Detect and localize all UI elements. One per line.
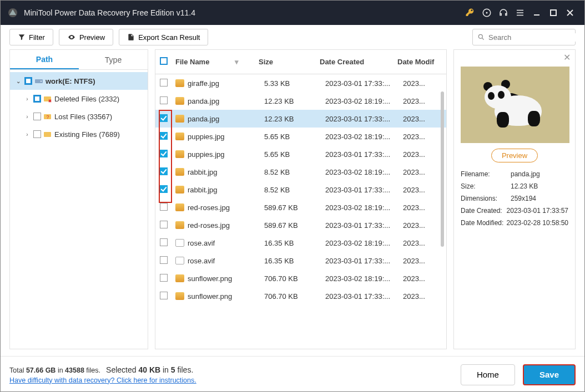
- meta-value: 2023-02-28 10:58:50: [507, 219, 568, 227]
- headset-icon[interactable]: [496, 5, 511, 21]
- file-date-created: 2023-03-01 17:33:...: [325, 115, 403, 123]
- table-row[interactable]: sunflower.png706.70 KB2023-03-01 17:33:.…: [155, 287, 446, 305]
- file-date-modified: 2023...: [403, 115, 442, 123]
- file-size: 5.65 KB: [264, 133, 325, 141]
- selected-text: Selected 40 KB in 5 files.: [106, 365, 193, 374]
- file-size: 8.52 KB: [264, 168, 325, 176]
- tree-item-deleted[interactable]: › Deleted Files (2332): [10, 90, 148, 108]
- table-row[interactable]: rabbit.jpg8.52 KB2023-03-01 17:33:...202…: [155, 181, 446, 198]
- preview-meta: Filename:panda.jpg Size:12.23 KB Dimensi…: [461, 170, 568, 231]
- tree-item-lost[interactable]: › ? Lost Files (33567): [10, 108, 148, 125]
- filter-button[interactable]: Filter: [9, 29, 53, 45]
- close-preview-icon[interactable]: ✕: [563, 52, 571, 63]
- preview-button[interactable]: Preview: [59, 29, 113, 45]
- table-header: File Name▾ Size Date Created Date Modif: [155, 50, 446, 74]
- file-date-created: 2023-03-01 17:33:...: [325, 257, 403, 265]
- row-checkbox[interactable]: [160, 238, 168, 246]
- row-checkbox[interactable]: [160, 185, 168, 193]
- file-icon: [175, 257, 184, 264]
- file-size: 589.67 KB: [264, 221, 325, 230]
- file-date-created: 2023-03-01 17:33:...: [325, 150, 403, 159]
- minimize-icon[interactable]: [529, 5, 544, 21]
- search-input[interactable]: [472, 29, 576, 45]
- col-filename[interactable]: File Name▾: [175, 58, 259, 66]
- file-icon: [175, 292, 184, 300]
- tab-type[interactable]: Type: [79, 50, 148, 69]
- export-button[interactable]: Export Scan Result: [119, 29, 208, 45]
- preview-panel: ✕ Preview Filename:panda.jpg Size:12.23 …: [453, 49, 576, 349]
- maximize-icon[interactable]: [546, 5, 561, 21]
- meta-key: Filename:: [461, 170, 511, 178]
- file-icon: [175, 97, 184, 105]
- row-checkbox[interactable]: [160, 132, 168, 140]
- preview-open-button[interactable]: Preview: [491, 149, 538, 162]
- svg-point-4: [478, 34, 482, 38]
- menu-icon[interactable]: [512, 5, 528, 21]
- table-row[interactable]: rabbit.jpg8.52 KB2023-03-02 18:19:...202…: [155, 163, 446, 181]
- svg-rect-10: [44, 132, 51, 137]
- meta-key: Size:: [461, 182, 511, 190]
- tab-path[interactable]: Path: [10, 50, 79, 69]
- row-checkbox[interactable]: [160, 221, 168, 228]
- row-checkbox[interactable]: [160, 256, 168, 264]
- chevron-right-icon[interactable]: ›: [23, 131, 31, 138]
- save-button[interactable]: Save: [523, 364, 576, 385]
- lost-folder-icon: ?: [43, 112, 52, 121]
- file-size: 16.35 KB: [264, 257, 325, 265]
- row-checkbox[interactable]: [160, 79, 168, 86]
- deleted-folder-icon: [43, 94, 52, 103]
- search-icon: [477, 33, 485, 41]
- eye-icon: [67, 33, 76, 41]
- tree-item-existing[interactable]: › Existing Files (7689): [10, 125, 148, 143]
- checkbox-partial[interactable]: [24, 77, 32, 85]
- row-checkbox[interactable]: [160, 114, 168, 122]
- checkbox[interactable]: [33, 113, 41, 120]
- table-row[interactable]: rose.avif16.35 KB2023-03-01 17:33:...202…: [155, 252, 446, 269]
- close-icon[interactable]: [562, 5, 578, 21]
- table-row[interactable]: rose.avif16.35 KB2023-03-02 18:19:...202…: [155, 234, 446, 252]
- tree-root[interactable]: ⌄ work(E: NTFS): [10, 72, 148, 90]
- scrollbar-thumb[interactable]: [441, 91, 444, 247]
- file-size: 706.70 KB: [264, 274, 325, 283]
- search-field[interactable]: [488, 33, 582, 42]
- home-button[interactable]: Home: [461, 364, 515, 385]
- chevron-right-icon[interactable]: ›: [23, 114, 31, 120]
- checkbox[interactable]: [33, 130, 41, 138]
- row-checkbox[interactable]: [160, 203, 168, 211]
- table-row[interactable]: panda.jpg12.23 KB2023-03-02 18:19:...202…: [155, 92, 446, 110]
- row-checkbox[interactable]: [160, 96, 168, 104]
- row-checkbox[interactable]: [160, 150, 168, 157]
- file-date-created: 2023-03-02 18:19:...: [325, 203, 403, 212]
- col-date-modified[interactable]: Date Modif: [397, 58, 442, 66]
- chevron-right-icon[interactable]: ›: [23, 96, 31, 102]
- row-checkbox[interactable]: [160, 274, 168, 282]
- checkbox-partial[interactable]: [33, 95, 41, 103]
- col-date-created[interactable]: Date Created: [320, 58, 397, 66]
- table-row[interactable]: puppies.jpg5.65 KB2023-03-02 18:19:...20…: [155, 128, 446, 145]
- file-date-modified: 2023...: [403, 203, 442, 212]
- table-row[interactable]: panda.jpg12.23 KB2023-03-01 17:33:...202…: [155, 110, 446, 128]
- chevron-down-icon[interactable]: ⌄: [14, 78, 22, 84]
- row-checkbox[interactable]: [160, 292, 168, 299]
- select-all-checkbox[interactable]: [160, 57, 168, 65]
- file-name: sunflower.png: [188, 292, 232, 301]
- key-icon[interactable]: [462, 5, 478, 21]
- footer: Total 57.66 GB in 43588 files. Selected …: [1, 356, 584, 392]
- row-checkbox[interactable]: [160, 167, 168, 175]
- disc-icon[interactable]: [479, 5, 495, 21]
- table-row[interactable]: puppies.jpg5.65 KB2023-03-01 17:33:...20…: [155, 145, 446, 163]
- file-size: 589.67 KB: [264, 203, 325, 212]
- app-logo-icon: [7, 7, 18, 18]
- table-row[interactable]: red-roses.jpg589.67 KB2023-03-02 18:19:.…: [155, 198, 446, 216]
- table-row[interactable]: sunflower.png706.70 KB2023-03-02 18:19:.…: [155, 269, 446, 287]
- svg-rect-3: [551, 10, 556, 16]
- table-row[interactable]: red-roses.jpg589.67 KB2023-03-01 17:33:.…: [155, 216, 446, 234]
- help-link[interactable]: Have difficulty with data recovery? Clic…: [9, 376, 196, 384]
- col-size[interactable]: Size: [259, 58, 320, 66]
- tree-item-label: Existing Files (7689): [54, 130, 120, 139]
- file-date-modified: 2023...: [403, 133, 442, 141]
- svg-text:?: ?: [46, 114, 49, 120]
- table-row[interactable]: giraffe.jpg5.33 KB2023-03-01 17:33:...20…: [155, 74, 446, 92]
- file-name: red-roses.jpg: [188, 203, 230, 212]
- file-icon: [175, 168, 184, 176]
